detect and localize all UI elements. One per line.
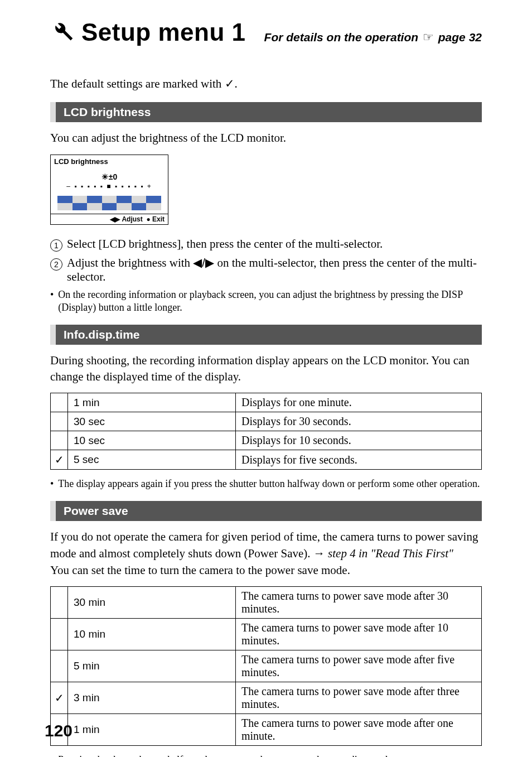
bullet-text: On the recording information or playback… (58, 288, 482, 315)
option-cell: 3 min (68, 682, 236, 713)
details-suffix: page 32 (435, 31, 482, 44)
page-number: 120 (45, 721, 72, 740)
desc-cell: Displays for one minute. (236, 393, 482, 412)
step2-text: Adjust the brightness with ◀/▶ on the mu… (67, 256, 482, 284)
page-title: Setup menu 1 (81, 18, 246, 46)
lcd-controls: ◀▶ Adjust ● Exit (51, 214, 168, 224)
table-row: 30 secDisplays for 30 seconds. (51, 412, 482, 431)
info-disp-table: 1 minDisplays for one minute. 30 secDisp… (50, 393, 482, 470)
check-cell (51, 650, 68, 682)
section2-bullet: • The display appears again if you press… (50, 478, 482, 490)
pointer-icon: ☞ (423, 30, 434, 44)
table-row: 30 minThe camera turns to power save mod… (51, 586, 482, 618)
section2-text: During shooting, the recording informati… (50, 353, 482, 385)
power-save-table: 30 minThe camera turns to power save mod… (50, 586, 482, 746)
option-cell: 10 sec (68, 431, 236, 450)
wrench-icon (50, 19, 75, 50)
check-cell: ✓ (51, 682, 68, 713)
table-row: 1 minThe camera turns to power save mode… (51, 713, 482, 745)
bullet-icon: • (50, 478, 54, 490)
bullet-icon: • (50, 288, 54, 315)
table-row: 10 minThe camera turns to power save mod… (51, 618, 482, 650)
step-1: 1 Select [LCD brightness], then press th… (50, 237, 482, 252)
step-2: 2 Adjust the brightness with ◀/▶ on the … (50, 256, 482, 284)
details-prefix: For details on the operation (264, 31, 422, 44)
option-cell: 5 min (68, 650, 236, 682)
table-row: 5 minThe camera turns to power save mode… (51, 650, 482, 682)
desc-cell: The camera turns to power save mode afte… (236, 618, 482, 650)
circled-1-icon: 1 (50, 239, 62, 252)
lcd-title: LCD brightness (51, 155, 168, 168)
desc-cell: Displays for 30 seconds. (236, 412, 482, 431)
lcd-slider: – ▪ ▪ ▪ ▪ ▪ ■ ▪ ▪ ▪ ▪ ▪ + (51, 182, 168, 195)
bullet-icon: • (50, 754, 54, 757)
intro-span: The default settings are marked with (50, 77, 225, 90)
bullet-text: The display appears again if you press t… (58, 478, 480, 490)
pattern-row (57, 203, 161, 210)
lcd-preview: LCD brightness ☀±0 – ▪ ▪ ▪ ▪ ▪ ■ ▪ ▪ ▪ ▪… (50, 155, 168, 225)
bullet-text: Pressing the shutter button halfway down… (58, 754, 394, 757)
table-row: ✓5 secDisplays for five seconds. (51, 450, 482, 470)
pattern-row (57, 196, 161, 203)
section-heading-lcd: LCD brightness (50, 102, 482, 122)
option-cell: 10 min (68, 618, 236, 650)
page-header: Setup menu 1 For details on the operatio… (50, 17, 482, 47)
desc-cell: The camera turns to power save mode afte… (236, 713, 482, 745)
section1-text: You can adjust the brightness of the LCD… (50, 130, 482, 146)
intro-text: The default settings are marked with ✓. (50, 75, 482, 92)
section-heading-info: Info.disp.time (50, 325, 482, 345)
table-row: 10 secDisplays for 10 seconds. (51, 431, 482, 450)
option-cell: 5 sec (68, 450, 236, 470)
check-cell (51, 412, 68, 431)
details-ref: For details on the operation ☞ page 32 (264, 30, 482, 45)
lcd-value: ☀±0 (51, 168, 168, 182)
check-cell (51, 431, 68, 450)
section1-bullet: • On the recording information or playba… (50, 288, 482, 315)
circled-2-icon: 2 (50, 258, 62, 271)
desc-cell: The camera turns to power save mode afte… (236, 586, 482, 618)
desc-cell: Displays for five seconds. (236, 450, 482, 470)
check-cell (51, 393, 68, 412)
table-row: 1 minDisplays for one minute. (51, 393, 482, 412)
option-cell: 30 min (68, 586, 236, 618)
check-cell: ✓ (51, 450, 68, 470)
option-cell: 30 sec (68, 412, 236, 431)
check-cell (51, 618, 68, 650)
check-cell (51, 586, 68, 618)
table-row: ✓3 minThe camera turns to power save mod… (51, 682, 482, 713)
check-icon: ✓ (225, 77, 235, 90)
section3-bullet: • Pressing the shutter button halfway do… (50, 754, 482, 757)
step1-text: Select [LCD brightness], then press the … (67, 237, 383, 251)
desc-cell: Displays for 10 seconds. (236, 431, 482, 450)
option-cell: 1 min (68, 393, 236, 412)
option-cell: 1 min (68, 713, 236, 745)
desc-cell: The camera turns to power save mode afte… (236, 682, 482, 713)
desc-cell: The camera turns to power save mode afte… (236, 650, 482, 682)
section-heading-power: Power save (50, 501, 482, 521)
section3-text: If you do not operate the camera for giv… (50, 529, 482, 578)
